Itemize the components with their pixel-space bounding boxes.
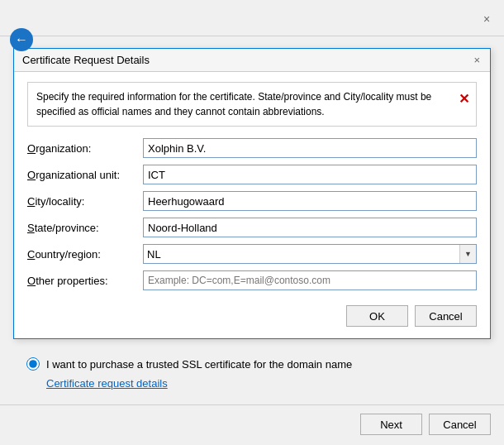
radio-row: I want to purchase a trusted SSL certifi… <box>26 357 478 371</box>
input-org-unit[interactable] <box>143 165 477 184</box>
cert-request-link[interactable]: Certificate request details <box>46 377 168 390</box>
title-bar: × <box>10 12 494 26</box>
label-state: State/province: <box>27 222 143 234</box>
lower-section: I want to purchase a trusted SSL certifi… <box>13 351 491 390</box>
cert-dialog-close-button[interactable]: × <box>472 54 482 66</box>
label-city: City/locality: <box>27 195 143 208</box>
info-banner-text: Specify the required information for the… <box>36 91 431 117</box>
input-organization[interactable] <box>143 138 477 158</box>
bottom-bar: Next Cancel <box>0 404 504 445</box>
input-other-props[interactable] <box>143 270 477 290</box>
cert-dialog-body: Specify the required information for the… <box>14 72 490 338</box>
cancel-button[interactable]: Cancel <box>429 414 491 435</box>
ssl-radio-input[interactable] <box>26 357 40 371</box>
ok-button[interactable]: OK <box>346 305 408 327</box>
top-area: ← × <box>0 0 504 36</box>
dialog-buttons: OK Cancel <box>27 302 477 327</box>
warning-icon: ✕ <box>459 89 469 109</box>
label-organization: Organization: <box>27 142 143 155</box>
content-area: Certificate Request Details × Specify th… <box>0 36 504 404</box>
select-country[interactable]: NL US DE GB <box>144 245 459 263</box>
window-close-button[interactable]: × <box>479 12 494 26</box>
cert-dialog-title: Certificate Request Details <box>22 54 150 66</box>
input-state[interactable] <box>143 218 477 237</box>
cancel-dialog-button[interactable]: Cancel <box>415 305 477 327</box>
label-other-props: Other properties: <box>27 275 143 287</box>
main-window: ← × Certificate Request Details × Specif… <box>0 0 504 445</box>
form-grid: Organization: Organizational unit: City/… <box>27 138 477 290</box>
back-button[interactable]: ← <box>10 28 33 51</box>
country-select-wrap[interactable]: NL US DE GB ▼ <box>143 244 477 264</box>
info-banner: Specify the required information for the… <box>27 82 477 127</box>
cert-dialog: Certificate Request Details × Specify th… <box>13 48 491 339</box>
next-button[interactable]: Next <box>360 414 422 435</box>
select-arrow-icon: ▼ <box>459 245 476 263</box>
cert-dialog-titlebar: Certificate Request Details × <box>14 49 490 72</box>
input-city[interactable] <box>143 191 477 211</box>
label-country: Country/region: <box>27 248 143 261</box>
ssl-radio-label: I want to purchase a trusted SSL certifi… <box>46 358 352 371</box>
label-org-unit: Organizational unit: <box>27 169 143 181</box>
back-icon: ← <box>15 32 28 47</box>
